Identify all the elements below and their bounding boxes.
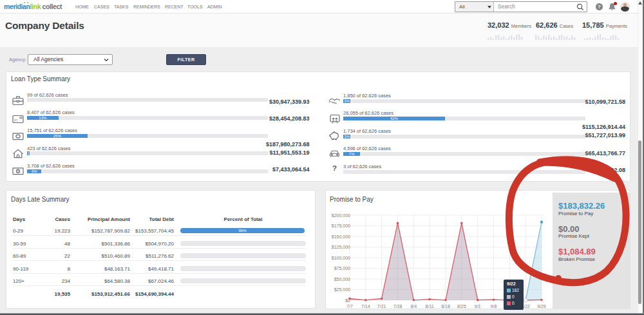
- svg-text:8/4: 8/4: [410, 304, 417, 309]
- svg-text:$150,000: $150,000: [332, 234, 350, 239]
- svg-text:$25,000: $25,000: [334, 287, 350, 292]
- svg-text:7/7: 7/7: [346, 304, 353, 309]
- svg-text:9/29: 9/29: [537, 304, 546, 309]
- svg-text:7/14: 7/14: [361, 304, 370, 309]
- svg-text:8/25: 8/25: [457, 304, 466, 309]
- svg-text:$175,000: $175,000: [332, 224, 350, 228]
- svg-text:7/21: 7/21: [377, 304, 386, 309]
- svg-text:$200,000: $200,000: [332, 213, 350, 218]
- svg-text:9/8: 9/8: [491, 304, 497, 309]
- svg-text:$75,000: $75,000: [334, 266, 350, 271]
- svg-text:$50,000: $50,000: [334, 277, 350, 282]
- svg-text:9/1: 9/1: [475, 304, 481, 309]
- svg-text:8/11: 8/11: [426, 304, 434, 309]
- svg-text:7/28: 7/28: [393, 304, 402, 309]
- svg-text:$125,000: $125,000: [332, 245, 350, 249]
- svg-text:8/18: 8/18: [441, 304, 450, 309]
- svg-text:$100,000: $100,000: [332, 256, 350, 260]
